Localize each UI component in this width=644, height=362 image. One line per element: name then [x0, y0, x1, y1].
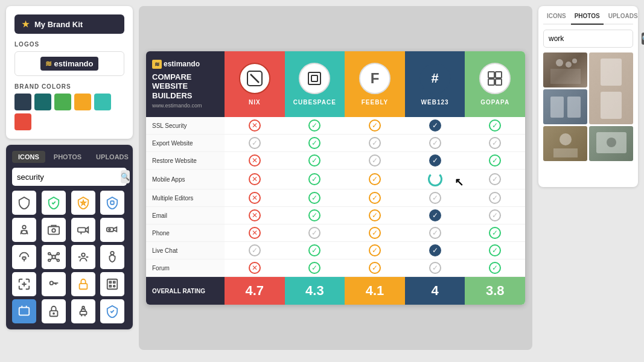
cell-4-2: ✓: [345, 189, 405, 207]
check-icon-green: ✓: [308, 192, 320, 204]
svg-point-43: [556, 59, 563, 66]
icon-search-bar: 🔍: [12, 168, 127, 186]
svg-point-45: [572, 59, 577, 63]
tab-photos[interactable]: PHOTOS: [48, 151, 88, 163]
brand-logo-text: estimando: [164, 60, 200, 68]
photo-5[interactable]: [589, 126, 633, 161]
svg-point-44: [566, 62, 572, 68]
icon-highlight[interactable]: [12, 299, 36, 323]
right-search-button[interactable]: 🔍: [642, 33, 644, 45]
score-web123: 4: [405, 277, 465, 305]
check-icon-gray: ✓: [429, 192, 441, 204]
cell-7-1: ✓: [285, 242, 345, 259]
cell-2-1: ✓: [285, 152, 345, 170]
check-icon-red: ✕: [249, 262, 261, 274]
icon-badge2[interactable]: [100, 299, 124, 323]
swatch-4[interactable]: [74, 94, 91, 110]
cell-3-1: ✓: [285, 170, 345, 189]
icon-shield-badge[interactable]: [100, 191, 124, 215]
swatch-6[interactable]: [14, 113, 31, 130]
icon-lock[interactable]: [71, 272, 95, 296]
check-icon-green: ✓: [308, 154, 320, 167]
right-search-input[interactable]: [549, 34, 639, 43]
check-icon-red: ✕: [249, 209, 261, 221]
icon-officer[interactable]: [71, 299, 95, 323]
swatch-1[interactable]: [14, 94, 31, 110]
swatch-5[interactable]: [94, 94, 111, 110]
icon-access-control[interactable]: [71, 245, 95, 269]
tab-icons[interactable]: ICONS: [12, 151, 45, 163]
brand-kit-header[interactable]: ★ My Brand Kit: [14, 14, 124, 34]
icon-shield-star[interactable]: [71, 191, 95, 215]
comparison-table: ≋ estimando COMPAREWEBSITEBUILDERS www.e…: [146, 51, 525, 305]
web123-name: WEB123: [421, 99, 449, 106]
check-icon-gray: ✓: [429, 262, 441, 274]
right-tab-photos[interactable]: PHOTOS: [571, 11, 604, 25]
svg-rect-25: [79, 284, 87, 289]
cell-1-0: ✓: [225, 135, 285, 152]
svg-rect-5: [77, 227, 85, 232]
check-icon-gray: ✓: [369, 137, 381, 149]
check-icon-green: ✓: [489, 227, 501, 239]
photo-1[interactable]: [543, 52, 587, 87]
icon-shield-check[interactable]: [42, 191, 66, 215]
check-icon-dark: ✓: [429, 154, 441, 167]
cell-5-2: ✓: [345, 207, 405, 224]
svg-rect-37: [308, 72, 320, 84]
svg-point-15: [57, 259, 59, 262]
cell-2-2: ✓: [345, 152, 405, 170]
icon-key-shield[interactable]: [42, 272, 66, 296]
star-icon: ★: [22, 19, 30, 29]
icon-network[interactable]: [42, 245, 66, 269]
photo-4[interactable]: [543, 126, 587, 161]
overall-label: OVERALL RATING: [146, 277, 225, 305]
check-icon-red: ✕: [249, 154, 261, 167]
icon-dome-camera[interactable]: [12, 245, 36, 269]
cell-2-3: ✓: [405, 152, 465, 170]
icon-camera[interactable]: [42, 218, 66, 242]
svg-rect-38: [311, 75, 317, 81]
product-nix: NIX: [225, 51, 285, 118]
icon-hand-scan[interactable]: [12, 272, 36, 296]
cursor-icon: ↖: [454, 176, 464, 189]
cell-0-2: ✓: [345, 117, 405, 135]
icon-search-input[interactable]: [17, 173, 118, 182]
icon-shield[interactable]: [12, 191, 36, 215]
tab-uploads[interactable]: UPLOADS: [90, 151, 135, 163]
cell-7-0: ✓: [225, 242, 285, 259]
icon-badge-scan[interactable]: [100, 272, 124, 296]
icon-cctv2[interactable]: [100, 218, 124, 242]
check-icon-green: ✓: [489, 154, 501, 167]
cell-7-2: ✓: [345, 242, 405, 259]
row-label-4: Multiple Editors: [146, 189, 225, 207]
row-label-8: Forum: [146, 259, 225, 277]
icon-search-button[interactable]: 🔍: [121, 170, 130, 183]
icon-person-shield[interactable]: [12, 218, 36, 242]
check-icon-orange: ✓: [369, 119, 381, 132]
svg-point-24: [49, 281, 53, 285]
right-tab-icons[interactable]: ICONS: [543, 11, 570, 21]
check-icon-green: ✓: [489, 119, 501, 132]
nix-icon: [239, 63, 270, 94]
photo-2[interactable]: [589, 52, 633, 124]
photo-3[interactable]: [543, 89, 587, 124]
swatch-3[interactable]: [54, 94, 71, 110]
icon-security-guard[interactable]: [100, 245, 124, 269]
nix-name: NIX: [249, 99, 261, 106]
cell-6-2: ✓: [345, 224, 405, 242]
icon-padlock2[interactable]: [42, 299, 66, 323]
icon-cctv[interactable]: [71, 218, 95, 242]
check-icon-green: ✓: [489, 262, 501, 274]
right-panel: ICONS PHOTOS UPLOADS 🔍: [538, 6, 638, 187]
cell-7-4: ✓: [465, 242, 525, 259]
svg-rect-42: [496, 79, 502, 85]
right-tab-uploads[interactable]: UPLOADS: [605, 11, 642, 21]
check-icon-gray: ✓: [249, 137, 261, 149]
svg-point-8: [109, 229, 110, 230]
swatch-2[interactable]: [34, 94, 51, 110]
check-icon-green: ✓: [308, 119, 320, 132]
row-label-6: Phone: [146, 224, 225, 242]
check-icon-gray: ✓: [429, 137, 441, 149]
check-icon-green: ✓: [489, 244, 501, 256]
logo-text: ≋ estimando: [40, 57, 98, 71]
